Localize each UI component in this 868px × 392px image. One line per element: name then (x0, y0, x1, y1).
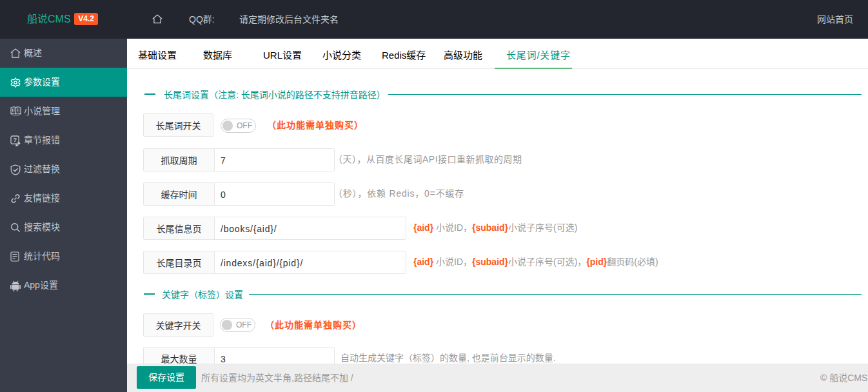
svg-text:?: ? (13, 136, 17, 143)
